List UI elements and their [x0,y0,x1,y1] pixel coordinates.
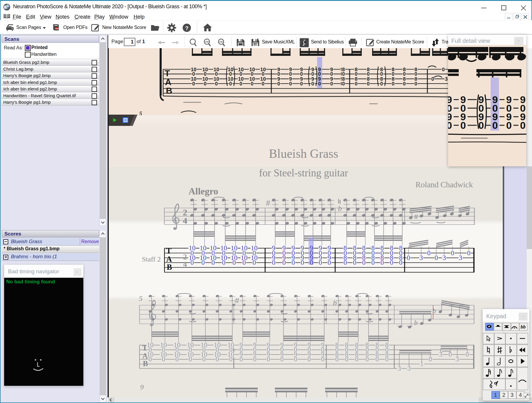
svg-text:0: 0 [175,355,179,363]
svg-text:Staff 2: Staff 2 [142,255,161,263]
svg-text:3: 3 [510,392,513,398]
svg-text:4: 4 [519,392,522,398]
svg-text:0: 0 [365,355,369,363]
svg-text:0: 0 [148,355,152,363]
svg-text:0: 0 [321,355,325,363]
svg-text:1: 1 [494,392,497,398]
svg-text:#: # [266,199,270,207]
svg-text:0: 0 [319,259,322,266]
svg-text:0: 0 [385,355,389,363]
svg-text:0: 0 [380,259,384,266]
svg-text:0: 0 [239,81,242,87]
svg-text:0: 0 [427,249,431,257]
svg-text:0: 0 [289,81,292,87]
svg-text:3: 3 [419,254,423,261]
svg-text:X-ML: X-ML [253,43,258,46]
svg-text:Allegro: Allegro [189,186,218,196]
svg-text:2: 2 [502,392,505,398]
svg-text:0: 0 [222,259,226,266]
svg-text:0: 0 [467,249,471,257]
svg-text:0: 0 [162,355,165,363]
svg-text:0: 0 [215,81,218,87]
svg-text:b: b [432,307,436,315]
svg-text:0: 0 [272,259,275,266]
svg-text:0: 0 [520,120,526,131]
svg-text:0: 0 [294,355,297,363]
svg-text:0: 0 [267,355,270,363]
svg-text:0: 0 [307,355,311,363]
svg-text:0: 0 [506,120,512,131]
svg-text:T: T [165,68,170,78]
svg-text:0: 0 [431,76,434,82]
svg-text:0: 0 [232,259,236,266]
svg-text:0: 0 [407,254,410,261]
svg-text:0: 0 [229,355,233,363]
svg-text:0: 0 [300,81,303,87]
svg-text:3: 3 [445,76,447,82]
svg-text:0: 0 [448,120,452,131]
svg-text:200: 200 [219,40,223,43]
svg-text:0: 0 [211,259,215,266]
svg-text:0: 0 [252,259,256,266]
svg-text:0: 0 [362,259,366,266]
svg-text:bb: bb [521,324,526,330]
svg-text:0: 0 [280,355,284,363]
svg-text:0: 0 [262,81,264,87]
svg-text:0: 0 [343,259,347,266]
svg-text:0: 0 [460,120,466,131]
svg-text:0: 0 [353,259,356,266]
svg-text:B: B [143,359,148,368]
svg-text:0: 0 [282,259,286,266]
svg-text:b: b [333,299,337,307]
svg-text:0: 0 [190,259,194,266]
svg-text:0: 0 [318,81,321,87]
svg-text:0: 0 [380,81,383,87]
svg-text:0: 0 [330,81,333,87]
svg-text:Blueish Grass: Blueish Grass [269,147,338,160]
svg-text:#: # [235,296,239,305]
svg-text:0: 0 [375,355,379,363]
svg-text:0: 0 [327,259,331,266]
svg-text:100: 100 [205,40,209,43]
svg-text:0: 0 [202,355,206,363]
svg-text:0: 0 [392,81,394,87]
svg-text:0: 0 [253,355,257,363]
svg-text:0: 0 [355,355,359,363]
svg-text:0: 0 [310,259,313,266]
svg-text:0: 0 [242,259,246,266]
svg-text:0: 0 [192,81,195,87]
svg-text:B: B [166,86,172,95]
svg-text:0: 0 [442,67,445,72]
svg-text:0: 0 [335,355,339,363]
svg-text:T: T [166,246,171,255]
svg-text:0: 0 [403,81,406,87]
svg-text:0: 0 [367,81,369,87]
svg-text:0: 0 [229,81,232,87]
svg-text:0: 0 [355,81,357,87]
svg-text:#: # [414,213,418,221]
svg-text:b: b [338,204,342,213]
svg-text:0: 0 [215,355,219,363]
svg-text:0: 0 [390,259,393,266]
svg-text:for Steel-string guitar: for Steel-string guitar [259,167,348,179]
svg-text:9: 9 [140,383,144,391]
svg-text:PDF: PDF [55,28,59,30]
svg-text:4: 4 [183,216,187,225]
svg-text:0: 0 [201,259,205,266]
svg-text:0: 0 [414,81,417,87]
svg-text:A: A [166,255,172,264]
svg-text:0: 0 [251,81,253,87]
svg-text:0: 0 [345,355,348,363]
svg-text:5: 5 [139,295,142,302]
svg-text:0: 0 [277,81,280,87]
svg-text:3: 3 [459,254,462,261]
svg-text:0: 0 [479,120,484,131]
svg-text:0: 0 [434,254,438,261]
svg-text:B: B [167,263,172,272]
svg-text:0: 0 [189,355,192,363]
svg-text:0: 0 [451,249,454,257]
svg-text:0: 0 [291,259,295,266]
svg-text:0: 0 [342,81,345,87]
svg-text:0: 0 [399,259,403,266]
svg-text:0: 0 [371,259,375,266]
